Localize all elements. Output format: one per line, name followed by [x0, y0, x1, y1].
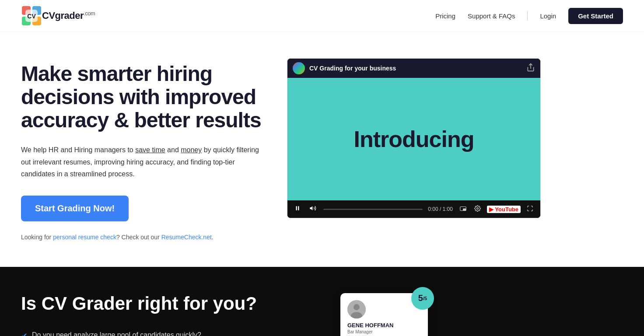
resume-card-area: 5/5 GENE HOFFMAN Bar Manager — [336, 293, 432, 336]
logo-text: CVgrader.com — [42, 10, 95, 21]
hero-video: CV Grading for your business Introducing — [287, 58, 541, 218]
score-value: 5 — [418, 293, 423, 303]
get-started-button[interactable]: Get Started — [568, 8, 623, 24]
navbar: CV CVgrader.com Pricing Support & FAQs L… — [0, 0, 644, 32]
score-badge: 5/5 — [411, 287, 434, 310]
list-item: ✔ Do you need analyze large pool of cand… — [21, 330, 301, 336]
avatar — [347, 300, 366, 318]
video-controls-right: ▶ YouTube — [458, 204, 535, 214]
hero-section: Make smarter hiring decisions with impro… — [0, 32, 644, 267]
nav-links: Pricing Support & FAQs Login Get Started — [435, 8, 623, 24]
checklist: ✔ Do you need analyze large pool of cand… — [21, 330, 301, 336]
login-link[interactable]: Login — [540, 12, 556, 20]
video-share-icon[interactable] — [526, 63, 535, 74]
mute-button[interactable] — [308, 204, 318, 214]
note-prefix: Looking for — [21, 234, 53, 241]
score-denom: /5 — [423, 296, 427, 301]
svg-point-12 — [477, 207, 479, 209]
video-intro-text: Introducing — [354, 126, 474, 152]
svg-marker-9 — [310, 206, 312, 210]
note-suffix: ? Check out our — [116, 234, 161, 241]
video-channel-name: CV Grading for your business — [309, 65, 396, 72]
progress-bar[interactable] — [323, 209, 423, 210]
nav-divider — [527, 11, 528, 20]
svg-rect-7 — [296, 206, 297, 210]
bottom-title: Is CV Grader right for you? — [21, 293, 301, 314]
logo-icon: CV — [21, 5, 42, 26]
bottom-section: Is CV Grader right for you? ✔ Do you nee… — [0, 267, 644, 336]
svg-text:CV: CV — [27, 13, 36, 20]
video-top-bar: CV Grading for your business — [287, 59, 540, 78]
pricing-link[interactable]: Pricing — [435, 12, 455, 20]
video-embed[interactable]: CV Grading for your business Introducing — [287, 58, 541, 218]
video-channel-logo — [293, 62, 305, 74]
save-time-link[interactable]: save time — [135, 146, 165, 154]
check-icon-1: ✔ — [21, 330, 28, 336]
hero-title: Make smarter hiring decisions with impro… — [21, 63, 266, 132]
pause-button[interactable] — [293, 204, 302, 214]
miniplayer-button[interactable] — [458, 204, 468, 214]
youtube-logo[interactable]: ▶ YouTube — [487, 206, 521, 213]
bottom-content: Is CV Grader right for you? ✔ Do you nee… — [21, 293, 301, 336]
svg-rect-8 — [298, 206, 299, 210]
resumecheck-link[interactable]: ResumeCheck.net — [161, 234, 212, 241]
note-end: . — [212, 234, 214, 241]
resume-name: GENE HOFFMAN — [347, 322, 421, 329]
svg-rect-11 — [463, 209, 466, 210]
hero-note: Looking for personal resume check? Check… — [21, 234, 266, 241]
personal-resume-check-link[interactable]: personal resume check — [53, 234, 116, 241]
video-time: 0:00 / 1:00 — [428, 206, 453, 212]
svg-point-14 — [354, 304, 360, 310]
start-grading-button[interactable]: Start Grading Now! — [21, 196, 129, 221]
hero-desc-prefix: We help HR and Hiring managers to — [21, 146, 135, 154]
resume-card: 5/5 GENE HOFFMAN Bar Manager — [340, 293, 428, 336]
hero-description: We help HR and Hiring managers to save t… — [21, 144, 266, 180]
money-link[interactable]: money — [181, 146, 202, 154]
settings-button[interactable] — [472, 204, 483, 214]
video-controls: 0:00 / 1:00 ▶ YouTube — [287, 200, 540, 218]
hero-content: Make smarter hiring decisions with impro… — [21, 58, 266, 241]
video-main-area[interactable]: Introducing — [287, 78, 540, 200]
hero-desc-middle: and — [165, 146, 181, 154]
support-faqs-link[interactable]: Support & FAQs — [468, 12, 515, 20]
checklist-item-1: Do you need analyze large pool of candid… — [32, 330, 201, 336]
resume-role: Bar Manager — [347, 329, 421, 334]
logo[interactable]: CV CVgrader.com — [21, 5, 95, 26]
fullscreen-button[interactable] — [525, 204, 535, 214]
